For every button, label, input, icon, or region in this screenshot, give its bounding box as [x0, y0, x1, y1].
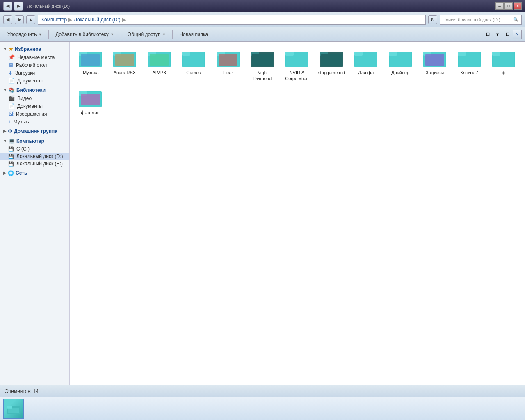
file-grid: !Музыка Acura RSX AIMP3 Games Hear: [74, 46, 521, 118]
folder-svg: [79, 48, 102, 68]
folder-svg: [148, 48, 171, 68]
sidebar-item-e[interactable]: 💾 Локальный диск (E:): [0, 160, 69, 167]
network-collapse-icon: ▶: [3, 171, 6, 175]
status-bar: Элементов: 14: [0, 385, 525, 397]
downloads-icon: ⬇: [8, 70, 13, 76]
recent-icon: 📌: [8, 54, 15, 60]
toolbar-sep2: [121, 30, 121, 39]
lib-docs-icon: 📄: [8, 103, 15, 109]
preview-icon: [3, 399, 24, 419]
file-item[interactable]: NVIDIA Corporation: [281, 46, 313, 84]
newfolder-label: Новая папка: [179, 32, 208, 37]
library-label: Добавить в библиотеку: [55, 32, 109, 37]
sidebar-item-recent[interactable]: 📌 Недавние места: [0, 53, 69, 61]
sidebar-item-video[interactable]: 🎬 Видео: [0, 94, 69, 102]
file-name: Acura RSX: [114, 70, 136, 75]
sidebar-item-music[interactable]: ♪ Музыка: [0, 118, 69, 126]
forward-btn[interactable]: ▶: [15, 15, 24, 24]
minimize-btn[interactable]: –: [495, 2, 504, 10]
sidebar-item-c[interactable]: 💾 C (C:): [0, 145, 69, 153]
svg-rect-33: [390, 52, 411, 67]
maximize-btn[interactable]: □: [504, 2, 513, 10]
sidebar-item-downloads[interactable]: ⬇ Загрузки: [0, 69, 69, 77]
sidebar-network-header[interactable]: ▶ 🌐 Сеть: [0, 169, 69, 177]
file-item[interactable]: Night Diamond: [246, 46, 279, 84]
view-pane-btn[interactable]: ⊟: [503, 30, 512, 39]
main-area: ▼ ★ Избранное 📌 Недавние места 🖥 Рабочий…: [0, 42, 525, 385]
documents-label: Документы: [17, 78, 43, 84]
refresh-btn[interactable]: ↻: [428, 15, 437, 24]
d-label: Локальный диск (D:): [16, 153, 63, 159]
sidebar-libraries-header[interactable]: ▼ 📚 Библиотеки: [0, 86, 69, 94]
documents-icon: 📄: [8, 78, 15, 84]
sep1: ▶: [68, 17, 72, 23]
folder-svg: [113, 48, 136, 68]
c-label: C (C:): [16, 146, 30, 152]
organize-arrow: ▼: [38, 32, 42, 37]
file-item[interactable]: Драйвер: [384, 46, 417, 84]
e-label: Локальный диск (E:): [16, 161, 63, 167]
sidebar-homegroup-header[interactable]: ▶ ⚙ Домашняя группа: [0, 127, 69, 135]
homegroup-label: Домашняя группа: [14, 128, 57, 134]
file-item[interactable]: фотожоп: [74, 86, 107, 118]
file-item[interactable]: !Музыка: [74, 46, 107, 84]
title-bar: ◀ ▶ Локальный диск (D:) – □ ✕: [0, 0, 525, 12]
share-arrow: ▼: [162, 32, 166, 37]
file-item[interactable]: Для фл: [349, 46, 382, 84]
view-arrow-btn[interactable]: ▼: [493, 30, 502, 39]
favorites-collapse-icon: ▼: [3, 47, 7, 51]
file-name: Загрузки: [426, 70, 444, 75]
close-btn[interactable]: ✕: [514, 2, 522, 10]
sidebar-item-lib-docs[interactable]: 📄 Документы: [0, 102, 69, 110]
nav-back-btn[interactable]: ◀: [3, 2, 12, 11]
sep2: ▶: [122, 17, 126, 23]
content-area: !Музыка Acura RSX AIMP3 Games Hear: [70, 42, 525, 385]
folder-svg: [285, 48, 308, 68]
address-bar[interactable]: Компьютер ▶ Локальный диск (D:) ▶: [38, 15, 426, 25]
svg-rect-40: [459, 52, 480, 67]
file-item[interactable]: Ключ к 7: [453, 46, 486, 84]
computer-label: Компьютер: [16, 138, 44, 144]
file-item[interactable]: ф: [487, 46, 520, 84]
help-btn[interactable]: ?: [513, 30, 522, 39]
sidebar-computer-header[interactable]: ▼ 💻 Компьютер: [0, 137, 69, 145]
view-grid-btn[interactable]: ⊞: [483, 30, 492, 39]
newfolder-btn[interactable]: Новая папка: [175, 29, 212, 40]
svg-rect-14: [183, 52, 204, 67]
sidebar-favorites-header[interactable]: ▼ ★ Избранное: [0, 45, 69, 53]
organize-btn[interactable]: Упорядочить ▼: [3, 29, 46, 40]
nav-forward-btn[interactable]: ▶: [14, 2, 23, 11]
file-item[interactable]: stopgame old: [315, 46, 348, 84]
sidebar-item-d[interactable]: 💾 Локальный диск (D:): [0, 153, 69, 160]
up-btn[interactable]: ▲: [26, 15, 35, 24]
search-box[interactable]: Поиск: Локальный диск (D:) 🔍: [440, 15, 522, 25]
file-name: AIMP3: [152, 70, 166, 75]
file-item[interactable]: Acura RSX: [108, 46, 141, 84]
favorites-star-icon: ★: [9, 46, 13, 52]
sidebar: ▼ ★ Избранное 📌 Недавние места 🖥 Рабочий…: [0, 42, 70, 385]
svg-rect-24: [286, 52, 308, 67]
folder-svg: [354, 48, 377, 68]
downloads-label: Загрузки: [15, 70, 35, 76]
sidebar-item-desktop[interactable]: 🖥 Рабочий стол: [0, 61, 69, 69]
preview-bar: [0, 397, 525, 420]
folder-svg: [320, 48, 343, 68]
homegroup-icon: ⚙: [8, 128, 12, 134]
toolbar-sep3: [172, 30, 173, 39]
sidebar-item-images[interactable]: 🖼 Изображения: [0, 110, 69, 118]
computer-icon: 💻: [9, 138, 15, 144]
file-item[interactable]: Загрузки: [418, 46, 451, 84]
sidebar-homegroup: ▶ ⚙ Домашняя группа: [0, 127, 69, 135]
folder-svg: [251, 48, 274, 68]
desktop-label: Рабочий стол: [16, 62, 47, 68]
file-item[interactable]: AIMP3: [143, 46, 176, 84]
title-bar-left: ◀ ▶ Локальный диск (D:): [3, 2, 70, 11]
share-btn[interactable]: Общий доступ ▼: [123, 29, 170, 40]
file-item[interactable]: Hear: [212, 46, 244, 84]
file-name: Ключ к 7: [460, 70, 478, 75]
library-btn[interactable]: Добавить в библиотеку ▼: [51, 29, 118, 40]
back-btn[interactable]: ◀: [3, 15, 12, 24]
sidebar-item-documents[interactable]: 📄 Документы: [0, 77, 69, 84]
file-item[interactable]: Games: [177, 46, 210, 84]
e-drive-icon: 💾: [8, 161, 14, 167]
